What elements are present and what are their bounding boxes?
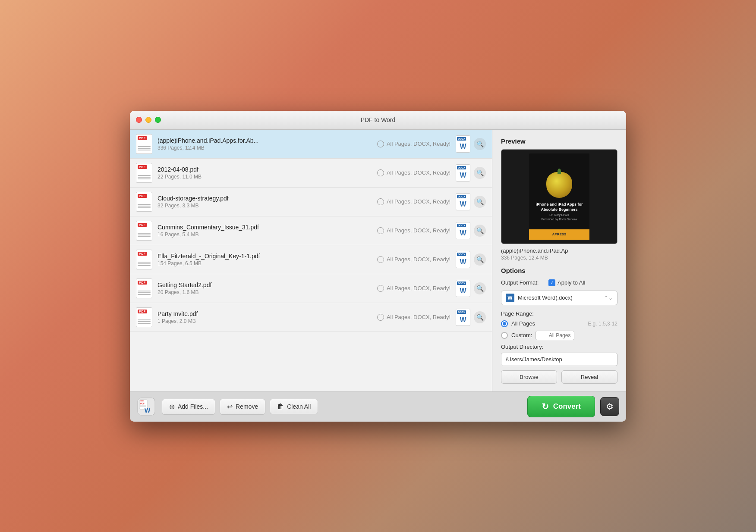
file-name: Getting Started2.pdf (158, 282, 304, 288)
svg-rect-2 (140, 401, 144, 401)
custom-pages-row: Custom: (501, 331, 617, 340)
file-info: 2012-04-08.pdf 22 Pages, 11.0 MB (158, 166, 372, 180)
status-text: All Pages, DOCX, Ready! (387, 227, 450, 234)
file-actions: DOCX W 🔍 (456, 222, 486, 239)
convert-button[interactable]: ↻ Convert (527, 396, 595, 417)
custom-pages-label: Custom: (511, 332, 532, 338)
file-actions: DOCX W 🔍 (456, 309, 486, 326)
file-status: All Pages, DOCX, Ready! (377, 256, 450, 263)
all-pages-row: All Pages E.g. 1,5,3-12 (501, 320, 617, 327)
status-text: All Pages, DOCX, Ready! (387, 198, 450, 205)
magnify-button[interactable]: 🔍 (474, 138, 486, 150)
page-range-label: Page Range: (501, 310, 617, 317)
book-cover: iPhone and iPad Apps for Absolute Beginn… (529, 153, 589, 240)
window-title: PDF to Word (361, 116, 396, 123)
svg-text:PDF: PDF (140, 402, 145, 405)
apply-all-container[interactable]: ✓ Apply to All (548, 279, 585, 286)
status-icon (377, 169, 384, 176)
pdf-icon: PDF (136, 192, 152, 212)
format-value: Microsoft Word(.docx) (518, 294, 573, 301)
svg-text:W: W (145, 407, 151, 414)
list-item[interactable]: PDF Party Invite.pdf 1 Pages, 2.0 MB All… (130, 303, 492, 332)
pdf-icon: PDF (136, 250, 152, 269)
pdf-badge: PDF (138, 136, 147, 140)
docx-badge: DOCX (457, 224, 466, 227)
docx-w: W (460, 316, 466, 324)
status-text: All Pages, DOCX, Ready! (387, 314, 450, 320)
pdf-lines (138, 291, 151, 296)
settings-button[interactable]: ⚙ (600, 397, 619, 416)
close-button[interactable] (136, 117, 142, 123)
docx-w: W (460, 287, 466, 295)
file-status: All Pages, DOCX, Ready! (377, 227, 450, 234)
file-actions: DOCX W 🔍 (456, 135, 486, 153)
reveal-button[interactable]: Reveal (561, 370, 617, 384)
list-item[interactable]: PDF Cloud-storage-strategy.pdf 32 Pages,… (130, 188, 492, 216)
format-select[interactable]: W Microsoft Word(.docx) ⌃⌄ (501, 291, 617, 305)
pdf-badge: PDF (138, 194, 147, 198)
pdf-icon: PDF (136, 134, 152, 154)
docx-icon: DOCX W (456, 251, 470, 268)
book-publisher-text: APRESS (552, 232, 567, 236)
all-pages-radio[interactable] (501, 320, 508, 327)
pdf-badge: PDF (138, 223, 147, 227)
status-icon (377, 285, 384, 292)
file-actions: DOCX W 🔍 (456, 251, 486, 268)
list-item[interactable]: PDF Cummins_Commentary_Issue_31.pdf 16 P… (130, 216, 492, 245)
pdf-badge: PDF (138, 281, 147, 285)
output-dir-label: Output Directory: (501, 344, 617, 350)
preview-section: Preview iPhone and iPad Apps for Absolut… (501, 138, 617, 261)
apply-all-label: Apply to All (558, 279, 585, 286)
docx-icon: DOCX W (456, 164, 470, 182)
clean-all-button[interactable]: 🗑 Clean All (270, 399, 318, 414)
output-dir-input[interactable] (501, 353, 617, 366)
app-window: PDF to Word PDF (apple)iPhone.and.iPad.A… (130, 111, 626, 422)
status-text: All Pages, DOCX, Ready! (387, 285, 450, 291)
file-meta: 22 Pages, 11.0 MB (158, 174, 372, 180)
maximize-button[interactable] (155, 117, 161, 123)
app-logo: PDF W (137, 397, 156, 416)
remove-icon: ↩ (227, 403, 233, 411)
custom-pages-radio[interactable] (501, 332, 508, 339)
status-icon (377, 256, 384, 263)
docx-badge: DOCX (457, 195, 466, 198)
docx-w: W (460, 229, 466, 237)
file-meta: 16 Pages, 5.4 MB (158, 232, 372, 238)
file-info: Cloud-storage-strategy.pdf 32 Pages, 3.3… (158, 195, 372, 209)
file-name: (apple)iPhone.and.iPad.Apps.for.Ab... (158, 137, 304, 144)
output-format-label: Output Format: (501, 279, 544, 286)
status-icon (377, 198, 384, 205)
gear-icon: ⚙ (606, 401, 614, 412)
minimize-button[interactable] (145, 117, 151, 123)
apply-all-checkbox[interactable]: ✓ (548, 279, 555, 286)
list-item[interactable]: PDF (apple)iPhone.and.iPad.Apps.for.Ab..… (130, 130, 492, 159)
remove-button[interactable]: ↩ Remove (220, 399, 265, 415)
docx-badge: DOCX (457, 282, 466, 285)
magnify-button[interactable]: 🔍 (474, 196, 486, 208)
list-item[interactable]: PDF 2012-04-08.pdf 22 Pages, 11.0 MB All… (130, 159, 492, 188)
range-hint: E.g. 1,5,3-12 (588, 321, 617, 327)
file-meta: 336 Pages, 12.4 MB (158, 145, 372, 151)
magnify-button[interactable]: 🔍 (474, 225, 486, 237)
add-files-button[interactable]: ⊕ Add Files... (162, 399, 215, 415)
file-meta: 20 Pages, 1.6 MB (158, 289, 372, 295)
docx-w: W (460, 172, 466, 179)
list-item[interactable]: PDF Ella_Fitzterald_-_Original_Key-1-1.p… (130, 245, 492, 274)
logo-svg: PDF W (137, 397, 156, 416)
book-author: Dr. Rory Lewis (549, 213, 569, 216)
file-actions: DOCX W 🔍 (456, 280, 486, 297)
book-foreword: Foreword by Boris Gurkow (542, 218, 577, 221)
file-meta: 154 Pages, 6.5 MB (158, 260, 372, 266)
magnify-button[interactable]: 🔍 (474, 253, 486, 266)
magnify-button[interactable]: 🔍 (474, 311, 486, 323)
pdf-badge: PDF (138, 310, 147, 313)
magnify-button[interactable]: 🔍 (474, 167, 486, 179)
list-item[interactable]: PDF Getting Started2.pdf 20 Pages, 1.6 M… (130, 274, 492, 303)
docx-w: W (460, 258, 466, 266)
book-cover-image (546, 172, 572, 198)
magnify-button[interactable]: 🔍 (474, 282, 486, 294)
browse-button[interactable]: Browse (501, 370, 557, 384)
docx-badge: DOCX (457, 137, 466, 141)
custom-pages-input[interactable] (536, 331, 574, 340)
docx-icon: DOCX W (456, 222, 470, 239)
